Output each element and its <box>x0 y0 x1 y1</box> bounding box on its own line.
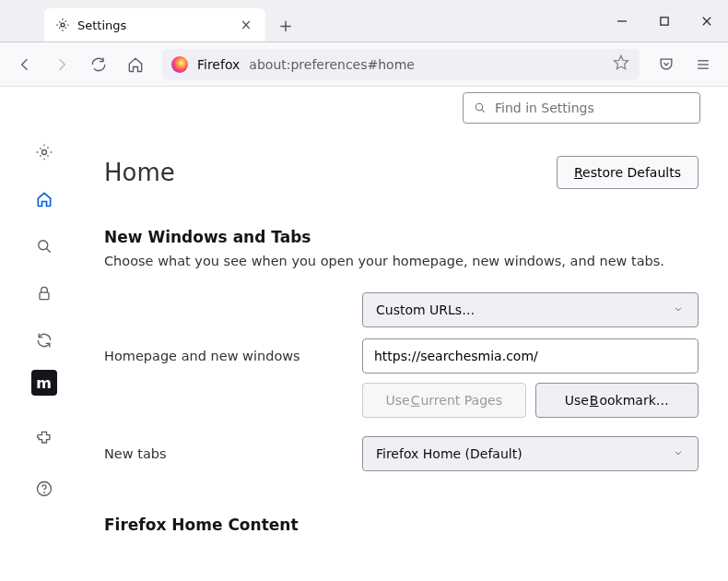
close-window-button[interactable] <box>686 0 728 42</box>
sidebar-item-home[interactable] <box>27 182 62 217</box>
newtabs-label: New tabs <box>104 446 362 461</box>
app-menu-button[interactable] <box>687 49 719 80</box>
homepage-label: Homepage and new windows <box>104 349 362 363</box>
tab-strip: Settings × + <box>0 0 728 42</box>
svg-point-9 <box>38 241 47 250</box>
tab-settings[interactable]: Settings × <box>44 8 265 42</box>
svg-rect-11 <box>40 292 49 300</box>
back-button[interactable] <box>9 49 41 80</box>
gear-icon <box>55 18 70 32</box>
sidebar-item-privacy[interactable] <box>27 276 62 311</box>
section-heading: New Windows and Tabs <box>104 228 699 246</box>
svg-point-0 <box>61 23 65 27</box>
section-description: Choose what you see when you open your h… <box>104 254 699 268</box>
settings-sidebar: m <box>0 87 88 581</box>
use-bookmark-button[interactable]: Use Bookmark… <box>535 383 699 418</box>
svg-line-10 <box>46 249 50 253</box>
settings-main: Find in Settings Home Restore Defaults N… <box>88 87 728 581</box>
svg-point-8 <box>41 150 46 155</box>
new-tab-button[interactable]: + <box>271 10 300 40</box>
section-heading-home-content: Firefox Home Content <box>104 516 699 534</box>
svg-line-15 <box>482 110 485 113</box>
sidebar-item-general[interactable] <box>27 135 62 170</box>
navigation-toolbar: Firefox about:preferences#home <box>0 42 728 87</box>
home-button[interactable] <box>120 49 151 80</box>
url-address: about:preferences#home <box>249 57 415 72</box>
use-current-pages-button[interactable]: Use Current Pages <box>362 383 526 418</box>
homepage-select-value: Custom URLs… <box>376 302 475 317</box>
forward-button[interactable] <box>46 49 77 80</box>
homepage-select[interactable]: Custom URLs… <box>362 292 699 327</box>
search-placeholder: Find in Settings <box>495 101 594 115</box>
search-input[interactable]: Find in Settings <box>463 92 700 124</box>
homepage-url-input[interactable] <box>362 338 699 374</box>
url-prefix: Firefox <box>197 57 240 72</box>
restore-defaults-button[interactable]: Restore Defaults <box>557 156 699 189</box>
minimize-button[interactable] <box>601 0 643 42</box>
sidebar-item-help[interactable] <box>27 471 62 506</box>
sidebar-item-extensions[interactable] <box>27 421 62 456</box>
url-bar[interactable]: Firefox about:preferences#home <box>162 49 640 80</box>
content-area: m Find in Settings Home Restore Defaults… <box>0 87 728 581</box>
tab-title: Settings <box>77 18 230 32</box>
close-icon[interactable]: × <box>238 17 254 33</box>
window-controls <box>601 0 728 42</box>
firefox-icon <box>171 56 188 73</box>
svg-rect-2 <box>661 18 668 25</box>
pocket-button[interactable] <box>651 49 682 80</box>
maximize-button[interactable] <box>643 0 686 42</box>
reload-button[interactable] <box>83 49 114 80</box>
newtabs-select[interactable]: Firefox Home (Default) <box>362 436 699 471</box>
sidebar-item-sync[interactable] <box>27 323 62 358</box>
sidebar-item-search[interactable] <box>27 229 62 264</box>
chevron-down-icon <box>672 302 685 318</box>
bookmark-star-icon[interactable] <box>612 53 630 75</box>
svg-point-14 <box>476 103 482 110</box>
svg-point-13 <box>43 492 44 493</box>
chevron-down-icon <box>672 446 685 462</box>
sidebar-item-more[interactable]: m <box>31 370 57 396</box>
newtabs-select-value: Firefox Home (Default) <box>376 446 523 461</box>
page-title: Home <box>104 159 175 186</box>
